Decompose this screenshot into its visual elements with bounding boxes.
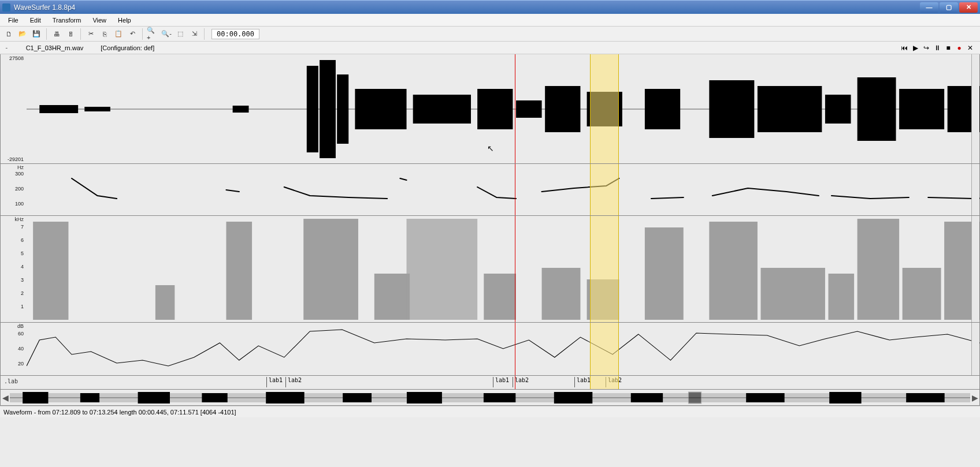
svg-rect-40 [138,392,170,404]
pause-icon[interactable]: ⏸ [932,43,942,53]
svg-rect-27 [542,268,581,320]
zoom-in-icon[interactable]: 🔍+ [146,28,159,40]
wave-ymax: 27508 [9,55,24,61]
zoom-out-icon[interactable]: 🔍- [160,28,173,40]
playhead[interactable] [515,54,515,163]
lab-segment[interactable]: lab1 [493,377,509,387]
copy-icon[interactable]: ⎘ [98,28,111,40]
time-display: 00:00.000 [211,29,259,39]
spectrogram-pane[interactable]: kHz 7 6 5 4 3 2 1 [1,216,979,323]
infobar: - C1_F_03HR_rn.wav [Configuration: def] … [0,42,980,54]
skip-start-icon[interactable]: ⏮ [899,43,910,53]
playhead[interactable] [515,323,515,375]
play-controls: ⏮ ▶ ↪ ⏸ ■ ● ✕ [899,43,975,53]
close-file-icon[interactable]: ✕ [965,43,975,53]
play-sel-icon[interactable]: ↪ [921,43,931,53]
svg-rect-33 [858,219,899,320]
lab-segment[interactable]: lab2 [285,377,302,387]
playhead[interactable] [515,216,515,322]
svg-rect-1 [39,105,78,113]
titlebar: WaveSurfer 1.8.8p4 — ▢ ✕ [0,0,980,14]
statusbar: Waveform - from 07:12.809 to 07:13.254 l… [0,406,980,417]
overview-track[interactable]: ◀ ▶ [1,390,979,406]
app-icon [2,3,10,12]
open-icon[interactable]: 📂 [16,28,29,40]
svg-rect-4 [307,66,318,152]
svg-rect-14 [709,80,754,138]
collapse-icon[interactable]: - [5,44,9,51]
svg-rect-21 [155,285,175,320]
stop-icon[interactable]: ■ [943,43,953,53]
lab-segment[interactable]: lab1 [266,377,283,387]
play-icon[interactable]: ▶ [910,43,920,53]
svg-rect-16 [825,95,851,124]
svg-rect-8 [413,95,471,124]
paste-icon[interactable]: 📋 [112,28,125,40]
selection-range[interactable] [590,323,619,375]
svg-rect-32 [829,274,855,320]
wave-ymin: -29201 [8,156,24,162]
svg-rect-17 [858,77,896,141]
cut-icon[interactable]: ✂ [84,28,97,40]
close-button[interactable]: ✕ [959,2,978,13]
scrollbar-v[interactable] [971,164,979,215]
svg-rect-31 [761,268,825,320]
svg-rect-44 [407,392,442,404]
menu-edit[interactable]: Edit [25,16,46,25]
menu-file[interactable]: File [3,16,23,25]
svg-rect-3 [233,106,249,113]
svg-rect-38 [23,392,48,404]
menu-view[interactable]: View [88,16,111,25]
zoom-all-icon[interactable]: ⬚ [174,28,187,40]
svg-rect-30 [709,222,758,320]
svg-rect-24 [374,274,410,320]
selection-range[interactable] [590,54,619,163]
undo-icon[interactable]: ↶ [126,28,139,40]
svg-rect-20 [33,222,68,320]
mixer-icon[interactable]: 🎚 [64,28,77,40]
scrollbar-v[interactable] [971,323,979,375]
selection-range[interactable] [590,164,619,215]
svg-rect-51 [906,393,944,402]
menu-transform[interactable]: Transform [48,16,86,25]
svg-rect-34 [903,268,941,320]
energy-pane[interactable]: dB 60 40 20 [1,323,979,376]
spectro-unit: kHz [15,216,24,222]
save-icon[interactable]: 💾 [30,28,43,40]
svg-rect-50 [829,392,861,404]
new-icon[interactable]: 🗋 [2,28,15,40]
svg-rect-23 [303,219,358,320]
playhead[interactable] [515,376,515,389]
selection-range[interactable] [590,376,619,389]
svg-rect-42 [266,392,304,404]
selection-range[interactable] [590,216,619,322]
svg-rect-45 [484,393,515,402]
svg-rect-29 [645,227,684,320]
playhead[interactable] [515,164,515,215]
svg-rect-39 [80,393,99,402]
scrollbar-v[interactable] [971,216,979,322]
svg-rect-47 [631,393,663,402]
svg-rect-10 [516,100,542,118]
maximize-button[interactable]: ▢ [940,2,958,13]
lab-segment[interactable]: lab1 [574,377,591,387]
window-title: WaveSurfer 1.8.8p4 [14,3,920,12]
svg-rect-2 [84,107,110,111]
minimize-button[interactable]: — [920,2,938,13]
scrollbar-v[interactable] [971,54,979,163]
lab-track[interactable]: .lab lab1lab2lab1lab2lab1lab2 [1,376,979,390]
svg-rect-7 [355,89,406,129]
pitch-pane[interactable]: Hz 300 200 100 [1,164,979,216]
svg-rect-26 [484,274,516,320]
energy-unit: dB [17,323,24,329]
record-icon[interactable]: ● [954,43,964,53]
print-icon[interactable]: 🖶 [50,28,63,40]
waveform-pane[interactable]: 27508 -29201 [1,54,979,164]
menu-help[interactable]: Help [113,16,136,25]
scroll-right-icon[interactable]: ▶ [970,393,979,402]
svg-rect-43 [343,393,372,402]
scroll-left-icon[interactable]: ◀ [1,393,10,402]
svg-rect-18 [899,89,944,129]
zoom-sel-icon[interactable]: ⇲ [188,28,201,40]
svg-rect-15 [758,86,822,132]
